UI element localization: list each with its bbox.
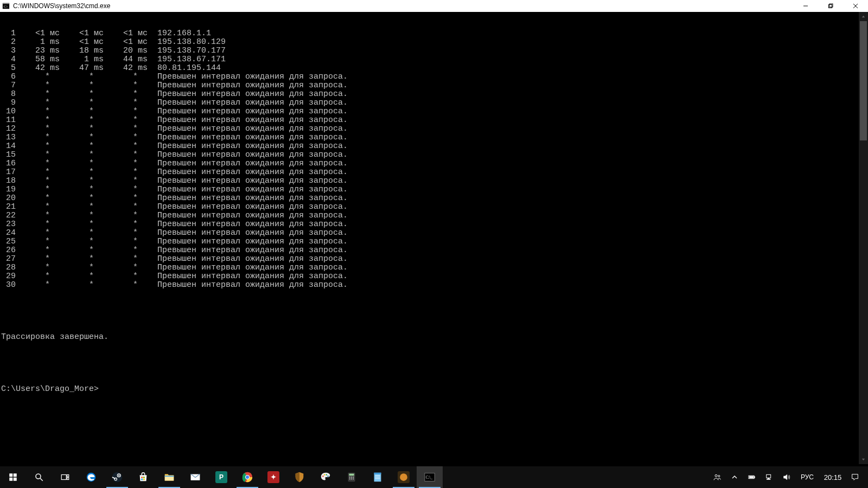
svg-point-51 [400,473,407,481]
taskbar-start[interactable] [0,466,26,488]
svg-rect-59 [767,474,771,478]
taskbar-paint[interactable] [312,466,339,488]
svg-point-36 [326,474,328,476]
tracert-row: 6 * * * Превышен интервал ожидания для з… [1,73,868,81]
tracert-row: 9 * * * Превышен интервал ожидания для з… [1,99,868,107]
maximize-button[interactable] [818,0,843,12]
clock[interactable]: 20:15 [819,473,846,481]
scroll-track[interactable] [859,21,868,455]
tracert-row: 14 * * * Превышен интервал ожидания для … [1,142,868,151]
svg-rect-10 [9,478,12,481]
console-output[interactable]: 1 <1 мс <1 мс <1 мс 192.168.1.12 1 ms <1… [0,12,868,476]
scroll-up-button[interactable] [859,12,868,21]
tracert-row: 30 * * * Превышен интервал ожидания для … [1,281,868,290]
tracert-row: 19 * * * Превышен интервал ожидания для … [1,185,868,194]
svg-text:C:\: C:\ [4,5,8,8]
tracert-row: 20 * * * Превышен интервал ожидания для … [1,194,868,203]
network-icon[interactable] [761,473,778,481]
system-tray: РУС 20:15 [709,466,868,488]
taskbar-mail[interactable] [182,466,208,488]
svg-point-18 [112,472,122,482]
tracert-row: 15 * * * Превышен интервал ожидания для … [1,151,868,159]
svg-point-45 [353,478,354,479]
taskbar-store[interactable] [130,466,156,488]
svg-point-43 [349,478,350,479]
tracert-row: 2 1 ms <1 мс <1 мс 195.138.80.129 [1,38,868,47]
taskbar-app-x[interactable]: ✦ [260,466,286,488]
tracert-row: 11 * * * Превышен интервал ожидания для … [1,116,868,125]
cmd-window: C:\ C:\WINDOWS\system32\cmd.exe 1 <1 мс … [0,0,868,476]
svg-rect-5 [829,4,833,7]
svg-rect-15 [67,475,69,477]
tracert-row: 12 * * * Превышен интервал ожидания для … [1,125,868,133]
svg-rect-23 [143,477,145,478]
svg-point-42 [353,477,354,478]
svg-point-40 [349,477,350,478]
tracert-row: 25 * * * Превышен интервал ожидания для … [1,237,868,246]
people-icon[interactable] [709,473,726,481]
svg-point-55 [718,475,720,477]
titlebar[interactable]: C:\ C:\WINDOWS\system32\cmd.exe [0,0,868,12]
tracert-row: 1 <1 мс <1 мс <1 мс 192.168.1.1 [1,29,868,38]
tracert-row: 23 * * * Превышен интервал ожидания для … [1,220,868,229]
close-button[interactable] [843,0,868,12]
svg-rect-14 [61,475,66,480]
svg-rect-27 [165,476,174,477]
taskbar-search[interactable] [26,466,52,488]
tracert-row: 5 42 ms 47 ms 42 ms 80.81.195.144 [1,64,868,73]
tracert-row: 8 * * * Превышен интервал ожидания для з… [1,90,868,99]
scroll-thumb[interactable] [860,21,867,140]
vertical-scrollbar[interactable] [859,12,868,464]
tracert-row: 16 * * * Превышен интервал ожидания для … [1,159,868,168]
battery-icon[interactable] [743,473,761,481]
taskbar-calc[interactable] [339,466,365,488]
tracert-row: 3 23 ms 18 ms 20 ms 195.138.70.177 [1,47,868,55]
tracert-row: 21 * * * Превышен интервал ожидания для … [1,203,868,211]
trace-complete: Трассировка завершена. [1,333,868,342]
taskbar-steam[interactable] [104,466,130,488]
taskbar-cmd[interactable]: C:\_ [417,466,443,488]
tracert-row: 24 * * * Превышен интервал ожидания для … [1,229,868,237]
svg-rect-16 [67,478,69,480]
tracert-row: 26 * * * Превышен интервал ожидания для … [1,246,868,255]
scroll-down-button[interactable] [859,455,868,464]
svg-rect-57 [754,477,755,478]
window-title: C:\WINDOWS\system32\cmd.exe [13,2,110,10]
taskbar-chrome[interactable] [234,466,260,488]
svg-line-13 [40,478,43,481]
taskbar-publisher[interactable]: P [208,466,234,488]
tray-chevron-icon[interactable] [726,473,743,481]
tracert-row: 18 * * * Превышен интервал ожидания для … [1,177,868,185]
minimize-button[interactable] [793,0,818,12]
svg-rect-8 [9,473,12,477]
svg-rect-11 [14,478,17,481]
volume-icon[interactable] [778,473,795,481]
svg-point-54 [715,474,717,477]
svg-point-34 [322,476,324,477]
svg-point-44 [351,478,352,479]
svg-rect-61 [767,479,770,479]
svg-rect-58 [749,477,753,478]
language-indicator[interactable]: РУС [795,473,819,481]
cmd-icon: C:\ [1,1,11,11]
taskbar: P✦C:\_ РУС 20:15 [0,466,868,488]
taskbar-app-shield[interactable] [286,466,312,488]
action-center-icon[interactable] [846,473,864,481]
svg-rect-25 [143,479,145,480]
svg-rect-1 [3,3,9,4]
tracert-row: 7 * * * Превышен интервал ожидания для з… [1,81,868,90]
svg-point-33 [246,476,249,479]
tracert-row: 27 * * * Превышен интервал ожидания для … [1,255,868,264]
svg-point-37 [327,476,329,477]
tracert-row: 17 * * * Превышен интервал ожидания для … [1,168,868,177]
svg-rect-9 [14,473,17,477]
taskbar-edge[interactable] [78,466,104,488]
svg-text:C:\_: C:\_ [426,475,433,480]
taskbar-app-orange[interactable] [391,466,417,488]
taskbar-explorer[interactable] [156,466,182,488]
svg-point-12 [36,474,41,479]
taskbar-taskview[interactable] [52,466,78,488]
svg-rect-24 [141,479,143,480]
svg-point-41 [351,477,352,478]
taskbar-notes[interactable] [365,466,391,488]
